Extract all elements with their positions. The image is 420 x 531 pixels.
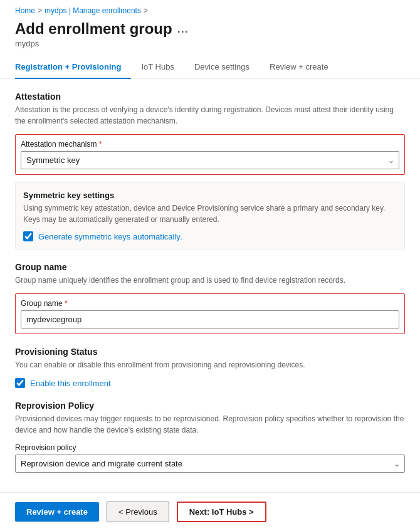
group-name-input[interactable] <box>21 310 399 329</box>
attestation-mechanism-group: Attestation mechanism * Symmetric key X.… <box>15 134 405 175</box>
reprovision-select-wrapper: Reprovision device and migrate current s… <box>15 455 405 473</box>
reprovision-policy-label: Reprovision policy <box>15 443 405 452</box>
auto-generate-checkbox[interactable] <box>23 231 33 241</box>
page-header: Add enrollment group ... mydps <box>0 18 420 56</box>
group-name-title: Group name <box>15 262 405 272</box>
enable-enrollment-row: Enable this enrollment <box>15 378 405 388</box>
breadcrumb: Home > mydps | Manage enrollments > <box>0 0 420 18</box>
provisioning-status-section: Provisioning Status You can enable or di… <box>15 347 405 388</box>
group-name-field-group: Group name * <box>15 293 405 334</box>
attestation-section: Attestation Attestation is the process o… <box>15 92 405 250</box>
group-name-label: Group name * <box>21 299 399 308</box>
symmetric-key-desc: Using symmetric key attestation, device … <box>23 202 397 225</box>
auto-generate-label: Generate symmetric keys automatically. <box>38 232 182 241</box>
symmetric-key-title: Symmetric key settings <box>23 191 397 200</box>
breadcrumb-home[interactable]: Home <box>15 6 35 15</box>
tab-review-create[interactable]: Review + create <box>260 56 339 79</box>
attestation-mechanism-select-wrapper: Symmetric key X.509 certificates TPM ⌄ <box>21 151 399 169</box>
group-name-section: Group name Group name uniquely identifie… <box>15 262 405 334</box>
breadcrumb-sep2: > <box>144 6 148 15</box>
previous-button[interactable]: < Previous <box>107 502 169 522</box>
page-title-dots[interactable]: ... <box>177 23 189 36</box>
page-subtitle: mydps <box>15 39 405 48</box>
tab-iot-hubs[interactable]: IoT Hubs <box>131 56 184 79</box>
group-name-desc: Group name uniquely identifies the enrol… <box>15 275 405 286</box>
page-title: Add enrollment group ... <box>15 20 405 38</box>
attestation-desc: Attestation is the process of verifying … <box>15 104 405 127</box>
tab-bar: Registration + Provisioning IoT Hubs Dev… <box>0 56 420 79</box>
next-iot-hubs-button[interactable]: Next: IoT Hubs > <box>177 502 266 522</box>
review-create-button[interactable]: Review + create <box>15 502 99 522</box>
reprovision-title: Reprovision Policy <box>15 401 405 411</box>
enable-enrollment-label: Enable this enrollment <box>30 379 111 388</box>
enable-enrollment-checkbox[interactable] <box>15 378 25 388</box>
tab-device-settings[interactable]: Device settings <box>184 56 260 79</box>
provisioning-status-desc: You can enable or disable this enrollmen… <box>15 359 405 371</box>
attestation-title: Attestation <box>15 92 405 102</box>
symmetric-key-subsection: Symmetric key settings Using symmetric k… <box>15 182 405 250</box>
provisioning-status-title: Provisioning Status <box>15 347 405 357</box>
reprovision-select[interactable]: Reprovision device and migrate current s… <box>15 455 405 473</box>
footer: Review + create < Previous Next: IoT Hub… <box>0 492 420 531</box>
reprovision-section: Reprovision Policy Provisioned devices m… <box>15 401 405 473</box>
breadcrumb-mydps[interactable]: mydps | Manage enrollments <box>45 6 141 15</box>
breadcrumb-sep1: > <box>38 6 42 15</box>
auto-generate-checkbox-row: Generate symmetric keys automatically. <box>23 231 397 241</box>
attestation-mechanism-label: Attestation mechanism * <box>21 140 399 149</box>
tab-registration[interactable]: Registration + Provisioning <box>15 56 131 79</box>
main-content: Attestation Attestation is the process o… <box>0 79 420 531</box>
reprovision-desc: Provisioned devices may trigger requests… <box>15 413 405 436</box>
attestation-mechanism-select[interactable]: Symmetric key X.509 certificates TPM <box>21 151 399 169</box>
